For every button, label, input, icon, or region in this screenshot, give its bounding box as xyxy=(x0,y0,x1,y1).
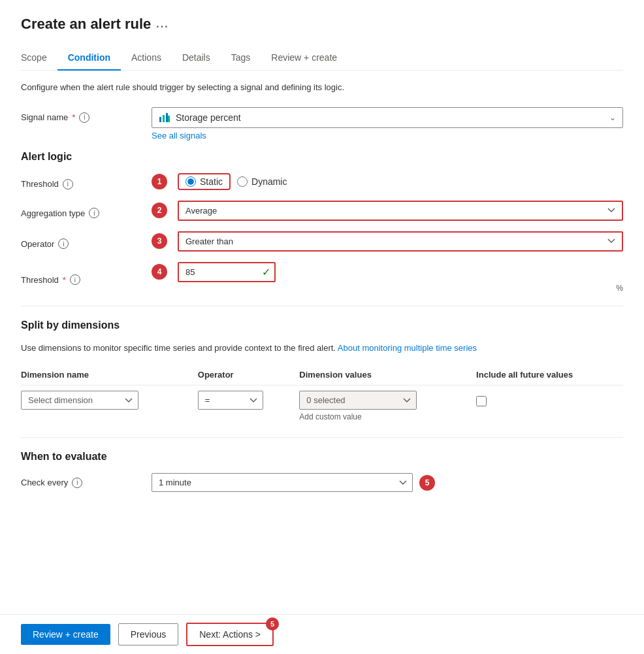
signal-dropdown-chevron: ⌄ xyxy=(609,113,616,122)
signal-name-info-icon[interactable]: i xyxy=(79,112,89,123)
condition-description: Configure when the alert rule should tri… xyxy=(21,81,623,94)
threshold-required-star: * xyxy=(63,275,66,285)
tab-review-create[interactable]: Review + create xyxy=(261,46,347,71)
dim-name-cell: Select dimension xyxy=(21,385,198,425)
footer-bar: Review + create Previous Next: Actions >… xyxy=(0,614,644,654)
step-badge-2: 2 xyxy=(152,203,167,218)
dim-header-values: Dimension values xyxy=(299,365,476,385)
threshold-info-icon[interactable]: i xyxy=(63,179,73,189)
dimension-values-select[interactable]: 0 selected xyxy=(299,391,417,410)
threshold-input-wrap: ✓ xyxy=(178,262,276,282)
alert-logic-title: Alert logic xyxy=(21,151,623,163)
review-create-button[interactable]: Review + create xyxy=(21,624,110,645)
operator-select[interactable]: Greater than Less than Greater than or e… xyxy=(178,231,623,252)
radio-dynamic-input[interactable] xyxy=(237,176,248,187)
radio-dynamic[interactable]: Dynamic xyxy=(237,176,287,187)
dim-header-include: Include all future values xyxy=(476,365,623,385)
operator-control: 3 Greater than Less than Greater than or… xyxy=(152,231,623,252)
dim-header-operator: Operator xyxy=(198,365,300,385)
page-title-ellipsis: ... xyxy=(156,18,169,30)
section-divider-1 xyxy=(21,306,623,306)
step-badge-3: 3 xyxy=(152,233,167,249)
signal-required-star: * xyxy=(72,112,75,122)
split-dimensions-title: Split by dimensions xyxy=(21,319,623,331)
dimension-operator-select[interactable]: = != xyxy=(198,391,263,410)
aggregation-control: 2 Average Maximum Minimum Count Total xyxy=(152,201,623,221)
check-every-row: Check every i 1 minute 5 minutes 10 minu… xyxy=(21,473,623,492)
page-title-container: Create an alert rule ... xyxy=(21,16,623,33)
step-badge-1: 1 xyxy=(152,174,167,189)
signal-name-dropdown[interactable]: Storage percent ⌄ xyxy=(152,107,623,128)
dim-include-cell xyxy=(476,385,623,425)
svg-rect-2 xyxy=(166,113,168,122)
tab-condition[interactable]: Condition xyxy=(57,46,121,71)
radio-static[interactable]: Static xyxy=(185,176,223,187)
when-to-evaluate-section: When to evaluate Check every i 1 minute … xyxy=(21,451,623,492)
check-every-info-icon[interactable]: i xyxy=(72,478,82,488)
signal-name-value: Storage percent xyxy=(176,112,241,123)
threshold-value-label: Threshold * i xyxy=(21,269,152,285)
signal-name-label: Signal name * i xyxy=(21,107,152,123)
monitoring-link[interactable]: About monitoring multiple time series xyxy=(338,343,477,353)
threshold-value-row: Threshold * i 4 ✓ % xyxy=(21,262,623,293)
static-label: Static xyxy=(200,176,223,187)
operator-info-icon[interactable]: i xyxy=(58,238,69,249)
check-every-select[interactable]: 1 minute 5 minutes 10 minutes 15 minutes… xyxy=(152,473,413,492)
see-all-signals-link[interactable]: See all signals xyxy=(152,131,206,140)
check-every-label: Check every i xyxy=(21,478,152,488)
threshold-value-input[interactable] xyxy=(178,262,276,282)
signal-name-control: Storage percent ⌄ See all signals xyxy=(152,107,623,140)
add-custom-value-link[interactable]: Add custom value xyxy=(299,412,471,421)
svg-rect-1 xyxy=(163,115,165,122)
aggregation-info-icon[interactable]: i xyxy=(89,208,99,218)
threshold-row: Threshold i 1 Static Dynamic xyxy=(21,173,623,190)
page-title: Create an alert rule xyxy=(21,16,151,33)
include-future-values-checkbox[interactable] xyxy=(476,396,487,406)
radio-static-input[interactable] xyxy=(185,176,196,187)
tab-scope[interactable]: Scope xyxy=(21,46,57,71)
threshold-value-info-icon[interactable]: i xyxy=(70,274,80,285)
previous-button[interactable]: Previous xyxy=(118,623,178,646)
dimension-row: Select dimension = != 0 selected Add cus… xyxy=(21,385,623,425)
dimensions-description: Use dimensions to monitor specific time … xyxy=(21,342,623,355)
tab-details[interactable]: Details xyxy=(172,46,221,71)
step-badge-5: 5 xyxy=(419,475,435,491)
next-actions-button[interactable]: Next: Actions > 5 xyxy=(186,623,274,646)
threshold-control: 1 Static Dynamic xyxy=(152,173,623,190)
aggregation-label: Aggregation type i xyxy=(21,203,152,218)
aggregation-type-select[interactable]: Average Maximum Minimum Count Total xyxy=(178,201,623,221)
tab-bar: Scope Condition Actions Details Tags Rev… xyxy=(21,46,623,71)
tab-actions[interactable]: Actions xyxy=(121,46,172,71)
svg-rect-3 xyxy=(168,116,170,122)
operator-row: Operator i 3 Greater than Less than Grea… xyxy=(21,231,623,252)
threshold-value-control: 4 ✓ % xyxy=(152,262,623,293)
step-badge-4: 4 xyxy=(152,264,167,280)
dim-values-cell: 0 selected Add custom value xyxy=(299,385,476,425)
svg-rect-0 xyxy=(159,117,161,122)
next-step-badge: 5 xyxy=(266,617,279,630)
threshold-unit: % xyxy=(174,284,623,293)
static-option-box: Static xyxy=(178,173,231,190)
evaluate-title: When to evaluate xyxy=(21,451,623,463)
signal-name-row: Signal name * i Storage percent ⌄ See al… xyxy=(21,107,623,140)
aggregation-type-row: Aggregation type i 2 Average Maximum Min… xyxy=(21,201,623,221)
dimension-name-select[interactable]: Select dimension xyxy=(21,391,138,410)
threshold-label: Threshold i xyxy=(21,174,152,189)
dim-header-name: Dimension name xyxy=(21,365,198,385)
dim-operator-cell: = != xyxy=(198,385,300,425)
tab-tags[interactable]: Tags xyxy=(221,46,261,71)
threshold-check-icon: ✓ xyxy=(262,266,270,278)
operator-label: Operator i xyxy=(21,233,152,249)
section-divider-2 xyxy=(21,437,623,438)
dimensions-table: Dimension name Operator Dimension values… xyxy=(21,365,623,424)
signal-chart-icon xyxy=(159,112,170,123)
dynamic-label: Dynamic xyxy=(251,176,287,187)
